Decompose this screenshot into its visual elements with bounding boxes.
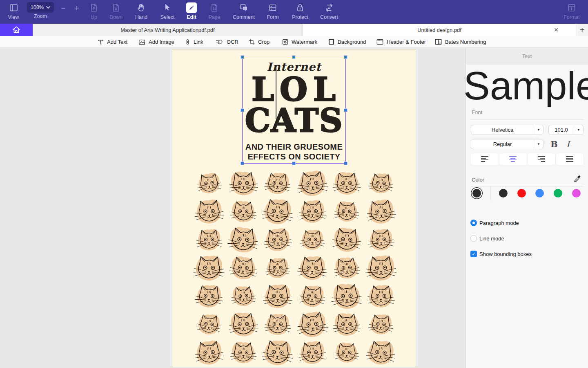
divider — [471, 119, 584, 120]
form-tool-button[interactable]: Form — [262, 2, 283, 22]
color-swatch-black[interactable] — [499, 189, 508, 197]
cat-face-illustration — [192, 281, 226, 310]
format-info-icon — [567, 2, 577, 13]
resize-handle-top-center[interactable] — [292, 55, 296, 59]
background-button[interactable]: Background — [328, 36, 366, 47]
tab-master-of-arts[interactable]: Master of Arts Writing Applicationpdf.pd… — [33, 24, 303, 36]
font-style-value: Regular — [471, 141, 534, 147]
page-icon — [209, 2, 219, 13]
radio-selected-icon[interactable] — [470, 220, 477, 226]
background-icon — [328, 38, 335, 45]
show-bounding-boxes-option[interactable]: ✓ Show bounding boxes — [470, 251, 532, 257]
lock-icon — [295, 2, 305, 13]
dropdown-arrow-icon: ▼ — [534, 128, 543, 132]
eyedropper-icon[interactable] — [573, 175, 581, 183]
dropdown-arrow-icon: ▼ — [574, 128, 583, 132]
checkbox-checked-icon[interactable]: ✓ — [470, 251, 477, 257]
page-down-button[interactable]: Down — [105, 2, 127, 22]
cat-face-illustration — [330, 197, 364, 225]
page-up-button[interactable]: Up — [84, 2, 104, 22]
color-swatch-red[interactable] — [517, 189, 526, 197]
page-up-icon — [89, 2, 99, 13]
tab-close-icon[interactable]: ✕ — [553, 27, 559, 33]
link-button[interactable]: Link — [185, 36, 203, 47]
zoom-control: 100% Zoom — [26, 2, 55, 22]
document-canvas[interactable]: Internet LOL CATS AND THEIR GRUESOME EFF… — [0, 48, 466, 368]
cat-face-illustration — [226, 310, 261, 338]
view-icon — [9, 2, 19, 13]
resize-handle-top-right[interactable] — [344, 55, 347, 59]
comment-tool-button[interactable]: Comment — [231, 2, 256, 22]
zoom-dropdown[interactable]: 100% — [27, 2, 54, 13]
line-mode-option[interactable]: Line mode — [470, 235, 504, 242]
svg-text:123: 123 — [378, 39, 380, 41]
cat-face-illustration — [295, 338, 329, 366]
cat-face-illustration — [295, 310, 329, 338]
watermark-button[interactable]: Watermark — [282, 36, 317, 47]
form-icon — [268, 2, 278, 13]
color-swatch-green[interactable] — [554, 189, 562, 197]
edit-toolbar: Add Text Add Image Link OCR Crop Waterma… — [0, 36, 588, 48]
color-swatch-magenta[interactable] — [572, 189, 581, 197]
cat-face-illustration — [330, 225, 364, 254]
resize-handle-middle-right[interactable] — [344, 108, 347, 112]
hand-icon — [136, 2, 146, 13]
resize-handle-bottom-left[interactable] — [241, 162, 244, 165]
panel-title: Text — [466, 48, 588, 65]
zoom-in-button[interactable]: + — [71, 3, 83, 13]
align-justify-button[interactable] — [556, 153, 584, 165]
tab-bar: Master of Arts Writing Applicationpdf.pd… — [0, 24, 588, 36]
tab-untitled-design[interactable]: Untitled design.pdf ✕ — [303, 24, 576, 36]
ocr-button[interactable]: OCR — [216, 36, 238, 47]
align-left-button[interactable] — [471, 153, 499, 165]
selected-color-swatch[interactable] — [472, 189, 481, 197]
crop-button[interactable]: Crop — [248, 36, 270, 47]
top-toolbar: View 100% Zoom − + Up Down Hand Select — [0, 0, 588, 24]
edit-pencil-icon — [186, 2, 197, 13]
bold-button[interactable]: B — [548, 139, 560, 149]
resize-handle-bottom-right[interactable] — [344, 162, 347, 165]
format-button[interactable]: Format — [560, 2, 583, 22]
add-image-button[interactable]: Add Image — [138, 36, 174, 47]
paragraph-mode-option[interactable]: Paragraph mode — [470, 220, 519, 226]
header-footer-button[interactable]: 123 Header & Footer — [376, 36, 426, 47]
zoom-out-button[interactable]: − — [57, 3, 69, 13]
color-swatch-blue[interactable] — [535, 189, 544, 197]
resize-handle-bottom-center[interactable] — [292, 162, 296, 165]
text-selection-box[interactable]: Internet LOL CATS AND THEIR GRUESOME EFF… — [242, 57, 346, 164]
protect-tool-button[interactable]: Protect — [289, 2, 311, 22]
align-center-button[interactable] — [499, 153, 527, 165]
cat-face-illustration — [330, 338, 364, 366]
font-size-dropdown[interactable]: 101.0 ▼ — [548, 125, 584, 135]
home-button[interactable] — [0, 24, 33, 36]
poster-text-block[interactable]: Internet LOL CATS AND THEIR GRUESOME EFF… — [243, 57, 345, 163]
new-tab-button[interactable]: + — [576, 24, 588, 36]
cat-face-illustration — [364, 254, 398, 282]
resize-handle-middle-left[interactable] — [241, 108, 244, 112]
cat-face-illustration — [192, 338, 226, 366]
radio-unselected-icon[interactable] — [470, 235, 477, 242]
page-tool-button[interactable]: Page — [204, 2, 225, 22]
convert-icon — [324, 2, 334, 13]
view-button[interactable]: View — [3, 2, 24, 22]
convert-tool-button[interactable]: Convert — [316, 2, 342, 22]
italic-button[interactable]: I — [563, 139, 573, 149]
cat-face-illustration — [295, 169, 329, 197]
bates-numbering-button[interactable]: 12 Bates Numbering — [434, 36, 486, 47]
font-family-dropdown[interactable]: Helvetica ▼ — [471, 125, 543, 135]
hand-tool-button[interactable]: Hand — [131, 2, 152, 22]
font-style-dropdown[interactable]: Regular ▼ — [471, 139, 543, 149]
add-text-button[interactable]: Add Text — [97, 36, 127, 47]
zoom-value: 100% — [31, 4, 44, 10]
font-section-label: Font — [472, 109, 482, 115]
select-tool-button[interactable]: Select — [157, 2, 178, 22]
cat-face-illustration — [364, 169, 398, 197]
pdf-page[interactable]: Internet LOL CATS AND THEIR GRUESOME EFF… — [172, 49, 416, 367]
show-bounding-boxes-label: Show bounding boxes — [479, 251, 532, 257]
resize-handle-top-left[interactable] — [241, 55, 244, 59]
align-right-button[interactable] — [528, 153, 555, 165]
cat-face-illustration — [261, 225, 295, 254]
edit-tool-button[interactable]: Edit — [181, 2, 202, 22]
add-text-icon — [97, 38, 104, 45]
align-left-icon — [480, 156, 489, 162]
